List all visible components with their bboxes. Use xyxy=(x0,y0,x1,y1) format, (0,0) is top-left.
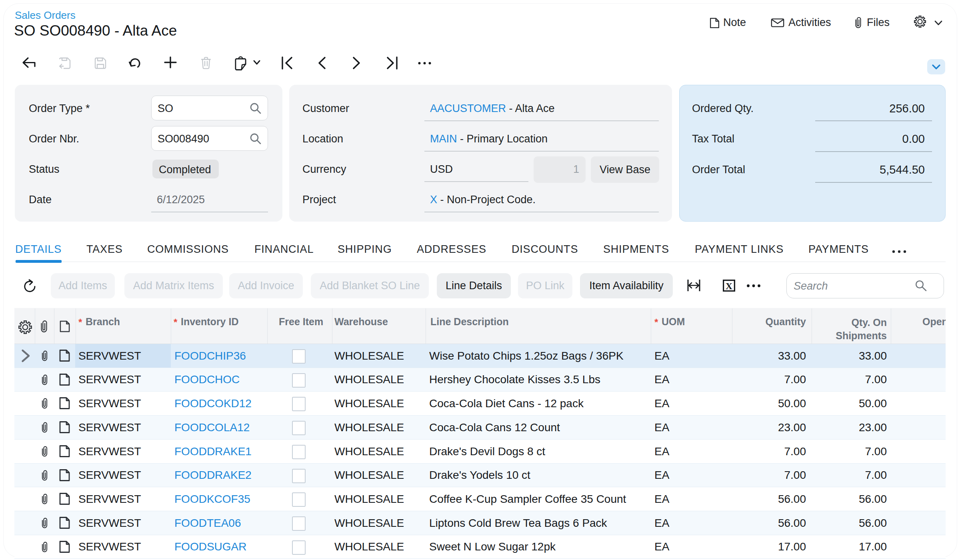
svg-text:X: X xyxy=(726,281,733,291)
